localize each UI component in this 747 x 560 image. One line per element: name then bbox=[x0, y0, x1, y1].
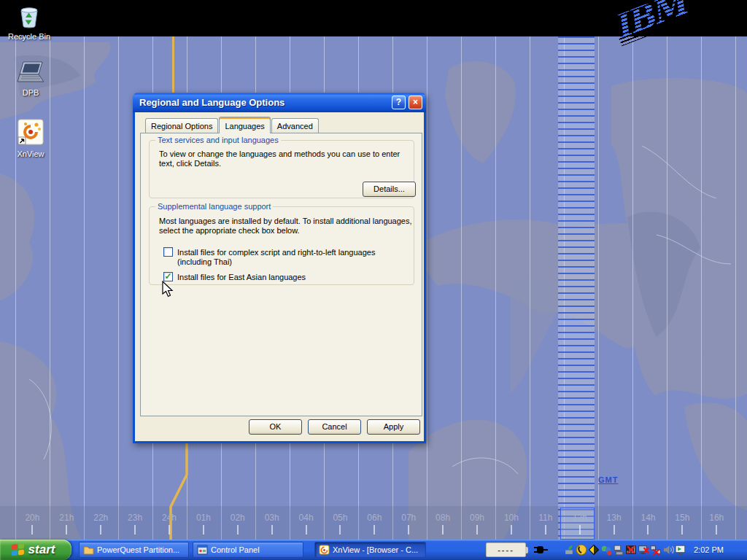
dialog-titlebar[interactable]: Regional and Language Options ? × bbox=[133, 93, 426, 112]
supplemental-description: Most languages are installed by default.… bbox=[159, 217, 416, 236]
recycle-bin-icon bbox=[15, 2, 44, 28]
signal-error-icon[interactable] bbox=[625, 544, 637, 556]
windows-flag-icon bbox=[11, 542, 25, 557]
taskbar: start PowerQuest Partition... Control Pa… bbox=[0, 540, 747, 560]
shortcut-arrow-icon bbox=[18, 137, 26, 144]
laptop-icon bbox=[16, 60, 45, 85]
timezone-label: 12h bbox=[562, 513, 597, 523]
display-error-icon[interactable] bbox=[638, 544, 649, 556]
checkbox-complex-script-label[interactable]: Install files for complex script and rig… bbox=[177, 248, 409, 267]
start-button[interactable]: start bbox=[0, 540, 71, 560]
tab-strip: Regional Options Languages Advanced bbox=[145, 117, 320, 133]
taskbar-clock[interactable]: 2:02 PM bbox=[694, 545, 724, 554]
timezone-label: 08h bbox=[426, 513, 460, 523]
top-black-band: IBM bbox=[0, 0, 747, 36]
timezone-label: 10h bbox=[494, 513, 528, 523]
timezone-label: 13h bbox=[597, 513, 631, 523]
timezone-label: 03h bbox=[255, 513, 289, 523]
timezone-label: 21h bbox=[50, 513, 84, 523]
network-computer-icon[interactable] bbox=[613, 544, 624, 556]
tab-advanced[interactable]: Advanced bbox=[271, 118, 319, 133]
control-panel-icon bbox=[197, 545, 208, 555]
timezone-label: 24h bbox=[152, 513, 187, 523]
checkbox-east-asian-label[interactable]: Install files for East Asian languages bbox=[177, 273, 409, 282]
taskbar-task-xnview[interactable]: XnView - [Browser - C... bbox=[314, 542, 426, 558]
timezone-label: 02h bbox=[220, 513, 255, 523]
task-label: PowerQuest Partition... bbox=[97, 545, 179, 554]
volume-icon[interactable] bbox=[662, 544, 674, 556]
groupbox-legend: Text services and input languages bbox=[155, 136, 281, 144]
desktop-icon-label: Recycle Bin bbox=[0, 32, 58, 41]
dialog-title: Regional and Language Options bbox=[133, 97, 285, 108]
mouse-cursor bbox=[162, 281, 175, 298]
close-button[interactable]: × bbox=[409, 96, 422, 109]
task-label: Control Panel bbox=[211, 545, 260, 554]
phone-support-icon[interactable] bbox=[576, 544, 587, 556]
timezone-label: 04h bbox=[289, 513, 323, 523]
tab-languages[interactable]: Languages bbox=[219, 117, 270, 133]
power-plug-icon bbox=[533, 544, 549, 556]
timezone-label: 06h bbox=[357, 513, 392, 523]
xnview-icon bbox=[319, 545, 330, 555]
taskbar-task-powerquest[interactable]: PowerQuest Partition... bbox=[79, 542, 189, 558]
desktop-icon-label: XnView bbox=[1, 149, 60, 158]
start-label: start bbox=[28, 542, 61, 557]
power-scheme-icon[interactable] bbox=[563, 544, 575, 556]
help-button[interactable]: ? bbox=[392, 96, 406, 109]
text-services-description: To view or change the languages and meth… bbox=[159, 149, 409, 168]
display-settings-icon[interactable] bbox=[675, 544, 686, 556]
text-services-groupbox: Text services and input languages To vie… bbox=[149, 140, 414, 198]
supplemental-language-groupbox: Supplemental language support Most langu… bbox=[149, 206, 414, 285]
task-label: XnView - [Browser - C... bbox=[333, 545, 418, 554]
folder-icon bbox=[83, 545, 94, 555]
network-error-icon[interactable] bbox=[650, 544, 662, 556]
apply-button[interactable]: Apply bbox=[367, 419, 420, 435]
groupbox-legend: Supplemental language support bbox=[155, 202, 273, 211]
system-tray: 2:02 PM bbox=[563, 540, 724, 560]
timezone-label: 15h bbox=[665, 513, 700, 523]
ok-button[interactable]: OK bbox=[249, 419, 302, 435]
details-button[interactable]: Details... bbox=[363, 182, 416, 197]
timezone-label: 09h bbox=[460, 513, 495, 523]
user-status-icon[interactable] bbox=[600, 544, 612, 556]
timezone-label: 05h bbox=[323, 513, 357, 523]
desktop-icon-dpb[interactable]: DPB bbox=[1, 60, 60, 97]
timezone-label: 20h bbox=[15, 513, 50, 523]
timezone-label: 14h bbox=[631, 513, 665, 523]
desktop-icon-label: DPB bbox=[1, 88, 60, 97]
desktop-icon-recycle-bin[interactable]: Recycle Bin bbox=[0, 2, 58, 41]
regional-language-options-dialog: Regional and Language Options ? × Region… bbox=[133, 93, 426, 443]
timezone-label: 22h bbox=[84, 513, 118, 523]
checkbox-complex-script[interactable] bbox=[163, 247, 173, 257]
antivirus-icon[interactable] bbox=[588, 544, 600, 556]
cancel-button[interactable]: Cancel bbox=[308, 419, 361, 435]
xnview-icon bbox=[17, 118, 44, 146]
taskbar-task-control-panel[interactable]: Control Panel bbox=[193, 542, 303, 558]
timezone-scale: 20h 21h 22h 23h 24h 01h 02h 03h 04h 05h … bbox=[15, 513, 734, 534]
timezone-label: 07h bbox=[392, 513, 426, 523]
languages-tab-page: Text services and input languages To vie… bbox=[140, 133, 422, 416]
timezone-label: 11h bbox=[528, 513, 562, 523]
desktop-icon-xnview[interactable]: XnView bbox=[1, 118, 60, 158]
timezone-label: 01h bbox=[186, 513, 220, 523]
checkmark-icon: ✓ bbox=[164, 271, 171, 281]
timezone-label: 16h bbox=[700, 513, 734, 523]
battery-meter-widget[interactable]: ---- bbox=[486, 542, 526, 557]
timezone-label: 23h bbox=[118, 513, 152, 523]
tab-regional-options[interactable]: Regional Options bbox=[145, 118, 218, 133]
